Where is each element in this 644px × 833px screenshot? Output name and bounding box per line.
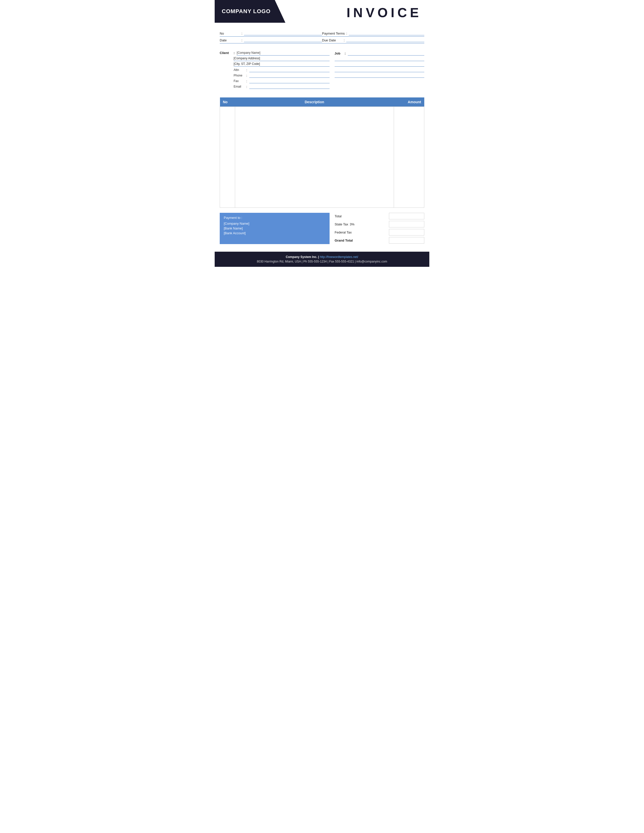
logo-text: COMPANY LOGO <box>220 8 270 14</box>
header: COMPANY LOGO INVOICE <box>215 0 429 23</box>
grand-total-label: Grand Total <box>335 238 353 242</box>
state-tax-value[interactable] <box>389 221 424 227</box>
federal-tax-row: Federal Tax <box>335 229 424 235</box>
invoice-table: No Description Amount <box>220 97 424 208</box>
footer-link[interactable]: http://freewordtemplates.net/ <box>320 255 358 259</box>
client-attn-row: Attn : <box>220 68 330 72</box>
client-block: Client : [Company Name] [Company Address… <box>220 51 330 90</box>
client-email-row: Email : <box>220 84 330 89</box>
no-value[interactable] <box>244 31 322 35</box>
state-tax-label: State Tax 3% <box>335 222 354 226</box>
email-value[interactable] <box>249 84 330 89</box>
due-date-value[interactable] <box>346 38 424 42</box>
footer-line2: 8030 Harrington Rd, Miami, USA | Ph 555-… <box>220 260 424 263</box>
meta-row-date: Date : Due Date : <box>220 37 424 43</box>
invoice-title-block: INVOICE <box>285 0 429 23</box>
job-extra-field-1[interactable] <box>335 56 425 61</box>
client-label: Client <box>220 51 233 55</box>
federal-tax-value[interactable] <box>389 229 424 235</box>
client-main-row: Client : [Company Name] <box>220 51 330 56</box>
meta-date-left: Date : <box>220 38 322 42</box>
payment-terms-label: Payment Terms <box>322 32 345 35</box>
date-label: Date <box>220 39 240 42</box>
table-body <box>220 107 424 208</box>
logo-block: COMPANY LOGO <box>215 0 285 23</box>
payment-bank[interactable]: [Bank Name] <box>224 227 325 230</box>
client-job-section: Client : [Company Name] [Company Address… <box>215 48 429 95</box>
phone-value[interactable] <box>249 73 330 78</box>
payment-company[interactable]: [Company Name] <box>224 222 325 225</box>
job-colon: : <box>345 51 346 55</box>
footer: Company System Inc. | http://freewordtem… <box>215 252 429 267</box>
job-extra-row-2 <box>335 62 425 67</box>
footer-line1: Company System Inc. | http://freewordtem… <box>220 255 424 259</box>
job-extra-field-2[interactable] <box>335 62 425 67</box>
job-label: Job <box>335 51 345 55</box>
client-fax-row: Fax : <box>220 79 330 83</box>
col-header-amount: Amount <box>394 97 424 107</box>
invoice-title: INVOICE <box>346 5 422 20</box>
client-address-row: [Company Address] <box>220 56 330 61</box>
client-city-zip[interactable]: [City, ST, ZIP Code] <box>233 62 330 67</box>
footer-company: Company System Inc. | <box>286 255 320 259</box>
grand-total-value[interactable] <box>389 237 424 244</box>
job-main-row: Job : <box>335 51 425 56</box>
fax-colon: : <box>246 79 247 83</box>
table-cell-description[interactable] <box>235 107 394 208</box>
due-date-colon: : <box>344 39 345 42</box>
job-extra-row-4 <box>335 73 425 78</box>
grand-total-row: Grand Total <box>335 237 424 244</box>
job-extra-row-1 <box>335 56 425 61</box>
total-value[interactable] <box>389 213 424 219</box>
job-extra-field-4[interactable] <box>335 73 425 78</box>
table-header-row: No Description Amount <box>220 97 424 107</box>
payment-account[interactable]: [Bank Account] <box>224 231 325 235</box>
client-company-name[interactable]: [Company Name] <box>237 51 329 56</box>
email-label: Email <box>233 85 246 88</box>
job-extra-row-3 <box>335 68 425 72</box>
meta-section: No : Payment Terms : Date : Due Date : <box>215 30 429 43</box>
meta-payment-terms-right: Payment Terms : <box>322 31 424 35</box>
client-city-row: [City, ST, ZIP Code] <box>220 62 330 67</box>
federal-tax-label: Federal Tax <box>335 230 352 234</box>
total-row: Total <box>335 213 424 219</box>
bottom-section: Payment to : [Company Name] [Bank Name] … <box>215 213 429 244</box>
payment-terms-colon: : <box>346 32 347 35</box>
email-colon: : <box>246 85 247 88</box>
attn-colon: : <box>246 68 247 72</box>
client-colon: : <box>233 51 235 55</box>
attn-label: Attn <box>233 68 246 72</box>
client-company-address[interactable]: [Company Address] <box>233 56 330 61</box>
no-colon: : <box>242 32 242 35</box>
date-value[interactable] <box>244 38 322 42</box>
meta-due-date-right: Due Date : <box>322 38 424 42</box>
table-cell-amount[interactable] <box>394 107 424 208</box>
total-label: Total <box>335 214 341 218</box>
no-label: No <box>220 32 240 35</box>
col-header-no: No <box>220 97 235 107</box>
job-extra-field-3[interactable] <box>335 68 425 72</box>
table-header: No Description Amount <box>220 97 424 107</box>
client-phone-row: Phone : <box>220 73 330 78</box>
meta-row-no: No : Payment Terms : <box>220 30 424 37</box>
totals-block: Total State Tax 3% Federal Tax Grand Tot… <box>335 213 424 244</box>
date-colon: : <box>242 39 242 42</box>
job-value[interactable] <box>348 51 424 56</box>
state-tax-row: State Tax 3% <box>335 221 424 227</box>
payment-block: Payment to : [Company Name] [Bank Name] … <box>220 213 330 244</box>
table-cell-no[interactable] <box>220 107 235 208</box>
due-date-label: Due Date <box>322 39 342 42</box>
phone-label: Phone <box>233 74 246 77</box>
fax-label: Fax <box>233 79 246 83</box>
phone-colon: : <box>246 74 247 77</box>
job-block: Job : <box>335 51 425 90</box>
fax-value[interactable] <box>249 79 330 83</box>
attn-value[interactable] <box>249 68 330 72</box>
payment-title: Payment to : <box>224 216 325 220</box>
col-header-description: Description <box>235 97 394 107</box>
meta-no-left: No : <box>220 31 322 35</box>
payment-terms-value[interactable] <box>349 31 424 35</box>
table-row <box>220 107 424 208</box>
